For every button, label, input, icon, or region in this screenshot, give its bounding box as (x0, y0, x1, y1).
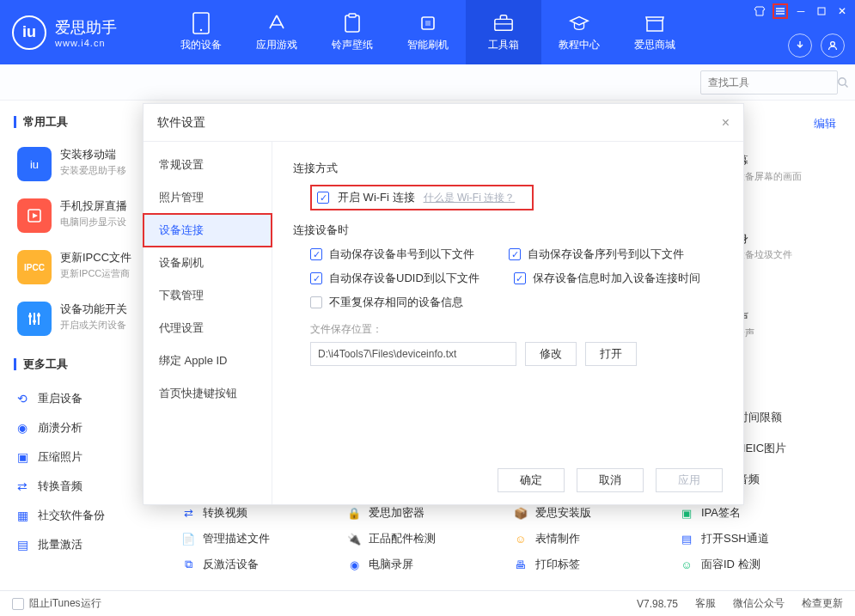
nav-proxy[interactable]: 代理设置 (144, 312, 272, 345)
nav-apps[interactable]: 应用游戏 (239, 0, 315, 64)
search-icon (837, 76, 849, 88)
nav-photo[interactable]: 照片管理 (144, 181, 272, 214)
tool-batch-activate[interactable]: ▤批量激活 (15, 530, 156, 559)
tool-update-ipcc[interactable]: IPCC 更新IPCC文件更新IPCC运营商 (14, 241, 163, 293)
tool-convert-video[interactable]: ⇄转换视频 (180, 505, 335, 521)
search-input[interactable] (708, 76, 837, 88)
nav-general[interactable]: 常规设置 (144, 149, 272, 181)
svg-point-12 (831, 42, 835, 46)
opt-save-serial[interactable]: ✓自动保存设备串号到以下文件 (310, 247, 474, 262)
ok-button[interactable]: 确定 (498, 468, 565, 492)
window-controls: ─ ✕ (752, 3, 850, 19)
app-title: 爱思助手 (55, 17, 117, 38)
logo-block: iu 爱思助手 www.i4.cn (0, 15, 163, 50)
screen-cast-icon (17, 198, 52, 233)
tool-print-tag[interactable]: 🖶打印标签 (513, 557, 668, 572)
clipboard-icon (342, 13, 363, 34)
settings-modal: 软件设置 × 常规设置 照片管理 设备连接 设备刷机 下载管理 代理设置 绑定 … (143, 103, 744, 505)
tool-open-ssh[interactable]: ▤打开SSH通道 (679, 531, 834, 546)
on-connect-title: 连接设备时 (293, 223, 723, 238)
tool-accessory-check[interactable]: 🔌正品配件检测 (346, 531, 501, 546)
restart-icon: ⟲ (15, 392, 29, 406)
modify-button[interactable]: 修改 (525, 342, 577, 366)
svg-rect-5 (425, 21, 431, 26)
settings-content: 连接方式 ✓ 开启 Wi-Fi 连接 什么是 Wi-Fi 连接？ 连接设备时 ✓… (272, 142, 743, 504)
minimize-button[interactable]: ─ (793, 3, 809, 19)
accessory-icon: 🔌 (346, 531, 362, 546)
phone-icon (191, 13, 211, 34)
edit-link[interactable]: 编辑 (814, 116, 836, 131)
tool-screen-cast[interactable]: 手机投屏直播电脑同步显示设 (14, 190, 163, 241)
tool-compress-photo[interactable]: ▣压缩照片 (15, 442, 156, 472)
opt-save-udid[interactable]: ✓自动保存设备UDID到以下文件 (310, 271, 479, 286)
wifi-row: ✓ 开启 Wi-Fi 连接 什么是 Wi-Fi 连接？ (310, 185, 534, 210)
tool-faceid-check[interactable]: ☺面容ID 检测 (679, 557, 834, 572)
chip-icon (418, 13, 438, 34)
tool-install-mobile[interactable]: iu 安装移动端安装爱思助手移 (14, 138, 163, 190)
maximize-button[interactable] (814, 3, 829, 19)
user-icon[interactable] (821, 34, 845, 58)
svg-line-14 (845, 84, 847, 87)
tool-screen-record[interactable]: ◉电脑录屏 (346, 557, 501, 572)
nav-device-flash[interactable]: 设备刷机 (144, 247, 272, 279)
opt-save-sn[interactable]: ✓自动保存设备序列号到以下文件 (509, 247, 684, 262)
download-icon[interactable] (788, 34, 812, 58)
batch-icon: ▤ (15, 538, 29, 552)
skin-icon[interactable] (752, 3, 767, 19)
modal-close-button[interactable]: × (722, 115, 730, 131)
tool-convert-audio[interactable]: ⇄转换音频 (15, 472, 156, 501)
wifi-help-link[interactable]: 什么是 Wi-Fi 连接？ (424, 191, 516, 205)
nav-toolbox[interactable]: 工具箱 (466, 0, 541, 64)
customer-service-link[interactable]: 客服 (695, 596, 716, 611)
ipcc-icon: IPCC (17, 250, 52, 284)
ssh-icon: ▤ (679, 531, 694, 546)
opt-no-repeat[interactable]: 不重复保存相同的设备信息 (310, 295, 463, 310)
social-backup-icon: ▦ (15, 509, 29, 522)
tool-ipa-sign[interactable]: ▣IPA签名 (679, 505, 834, 521)
box-icon: 📦 (513, 505, 528, 521)
nav-download[interactable]: 下载管理 (144, 279, 272, 312)
tools-grid-row1: ⇄转换视频 🔒爱思加密器 📦爱思安装版 ▣IPA签名 📄管理描述文件 🔌正品配件… (180, 500, 834, 577)
search-row (0, 64, 855, 101)
opt-save-time[interactable]: ✓保存设备信息时加入设备连接时间 (514, 271, 700, 286)
tool-restart-device[interactable]: ⟲重启设备 (15, 384, 156, 413)
version-label: V7.98.75 (637, 598, 678, 610)
profile-icon: 📄 (180, 531, 196, 546)
more-tools-header: 更多工具 (14, 357, 163, 372)
nav-ringtones[interactable]: 铃声壁纸 (315, 0, 390, 64)
video-icon: ⇄ (180, 505, 196, 521)
cancel-button[interactable]: 取消 (577, 468, 644, 492)
install-mobile-icon: iu (17, 147, 52, 181)
tool-crash-analysis[interactable]: ◉崩溃分析 (15, 413, 156, 442)
file-path-input[interactable]: D:\i4Tools7\Files\deviceinfo.txt (310, 342, 516, 366)
tool-social-backup[interactable]: ▦社交软件备份 (15, 501, 156, 530)
store-icon (644, 13, 665, 34)
search-box[interactable] (700, 70, 838, 95)
tool-manage-profiles[interactable]: 📄管理描述文件 (180, 531, 335, 546)
tool-encryptor[interactable]: 🔒爱思加密器 (346, 505, 501, 521)
wechat-link[interactable]: 微信公众号 (733, 596, 785, 611)
tool-feature-switch[interactable]: 设备功能开关开启或关闭设备 (14, 293, 163, 345)
nav-tutorials[interactable]: 教程中心 (541, 0, 617, 64)
nav-my-device[interactable]: 我的设备 (163, 0, 239, 64)
wifi-checkbox[interactable]: ✓ (317, 192, 329, 204)
tool-deactivate[interactable]: ⧉反激活设备 (180, 557, 335, 572)
svg-rect-3 (349, 14, 356, 17)
nav-bind-appleid[interactable]: 绑定 Apple ID (144, 345, 272, 377)
apply-button[interactable]: 应用 (656, 468, 723, 492)
nav-flash[interactable]: 智能刷机 (390, 0, 466, 64)
audio-convert-icon: ⇄ (15, 479, 29, 493)
menu-icon[interactable] (773, 3, 788, 19)
record-icon: ◉ (346, 557, 362, 572)
sliders-icon (17, 302, 52, 336)
open-button[interactable]: 打开 (585, 342, 637, 366)
tool-emoji-make[interactable]: ☺表情制作 (513, 531, 668, 546)
svg-point-21 (37, 314, 40, 317)
tool-installer[interactable]: 📦爱思安装版 (513, 505, 668, 521)
nav-store[interactable]: 爱思商城 (617, 0, 693, 64)
check-update-link[interactable]: 检查更新 (802, 596, 843, 611)
block-itunes-checkbox[interactable]: 阻止iTunes运行 (12, 596, 101, 611)
close-button[interactable]: ✕ (834, 3, 850, 19)
nav-shortcut-home[interactable]: 首页快捷键按钮 (144, 377, 272, 410)
nav-device-connect[interactable]: 设备连接 (144, 214, 272, 247)
